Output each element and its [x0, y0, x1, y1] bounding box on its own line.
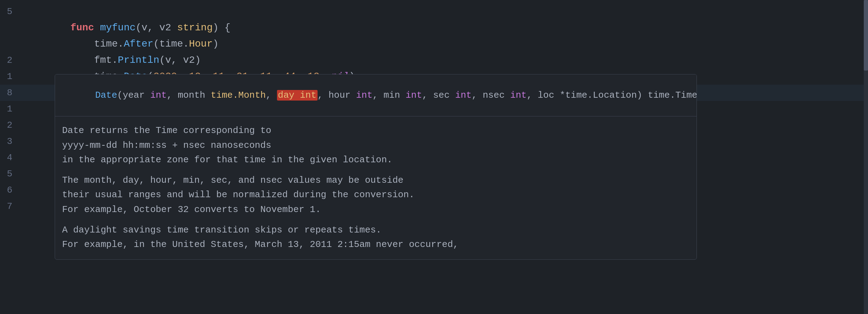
line-number-7: 7 [0, 198, 19, 215]
doc-para1: Date returns the Time corresponding to y… [62, 123, 689, 168]
code-line-5: 5 func myfunc(v, v2 string) { [0, 4, 868, 20]
sig-hour-sep: , hour [318, 90, 356, 101]
doc-line5: their usual ranges and will be normalize… [62, 189, 415, 200]
sig-timemonth: time.Month [211, 90, 266, 101]
line-number-closebrace: 2 [0, 117, 19, 133]
line-number-6: 6 [0, 182, 19, 198]
sig-min-sep: , min [373, 90, 406, 101]
line-number-hint: 1 [0, 68, 19, 85]
code-line-2: 2 time.Date(2020, 12, 11, 21, 11, 44, 12… [0, 52, 868, 68]
sig-int3: int [405, 90, 422, 101]
line-number-5: 5 [0, 4, 19, 20]
code-line-after: time.After(time.Hour) [0, 20, 868, 36]
editor: 5 func myfunc(v, v2 string) { time.After… [0, 0, 868, 314]
doc-line4: The month, day, hour, min, sec, and nsec… [62, 175, 403, 186]
scrollbar[interactable] [864, 0, 868, 314]
tooltip-signature: Date(year int, month time.Month, day int… [55, 74, 697, 116]
sig-loc-sep: , loc *time.Location) time.Time [527, 90, 697, 101]
code-line-println: fmt.Println(v, v2) [0, 36, 868, 52]
sig-day-highlight: day int [277, 90, 318, 101]
line-number-2: 2 [0, 52, 19, 68]
sig-month-sep: , month [167, 90, 211, 101]
doc-line1: Date returns the Time corresponding to [62, 125, 271, 136]
sig-int4: int [455, 90, 472, 101]
scrollbar-thumb[interactable] [864, 0, 868, 71]
doc-line7: A daylight savings time transition skips… [62, 225, 381, 235]
doc-line8: For example, in the United States, March… [62, 239, 458, 250]
sig-nsec-sep: , nsec [472, 90, 510, 101]
line-number-8: 8 [0, 85, 19, 101]
tooltip-doc: Date returns the Time corresponding to y… [55, 116, 697, 259]
doc-para3: A daylight savings time transition skips… [62, 223, 689, 252]
line-number-3: 3 [0, 133, 19, 150]
line-number-4: 4 [0, 150, 19, 166]
sig-int1: int [150, 90, 167, 101]
doc-line2: yyyy-mm-dd hh:mm:ss + nsec nanoseconds [62, 140, 271, 151]
doc-para2: The month, day, hour, min, sec, and nsec… [62, 173, 689, 217]
sig-comma: , [266, 90, 277, 101]
line-number-5b: 5 [0, 166, 19, 182]
sig-int2: int [356, 90, 373, 101]
sig-paren: (year [117, 90, 150, 101]
sig-date-prefix: Date [95, 90, 117, 101]
doc-line3: in the appropriate zone for that time in… [62, 155, 392, 165]
sig-int5: int [510, 90, 527, 101]
tooltip-popup: Date(year int, month time.Month, day int… [55, 74, 697, 260]
sig-sec-sep: , sec [422, 90, 455, 101]
line-number-blank3: 1 [0, 101, 19, 117]
doc-line6: For example, October 32 converts to Nove… [62, 204, 321, 215]
